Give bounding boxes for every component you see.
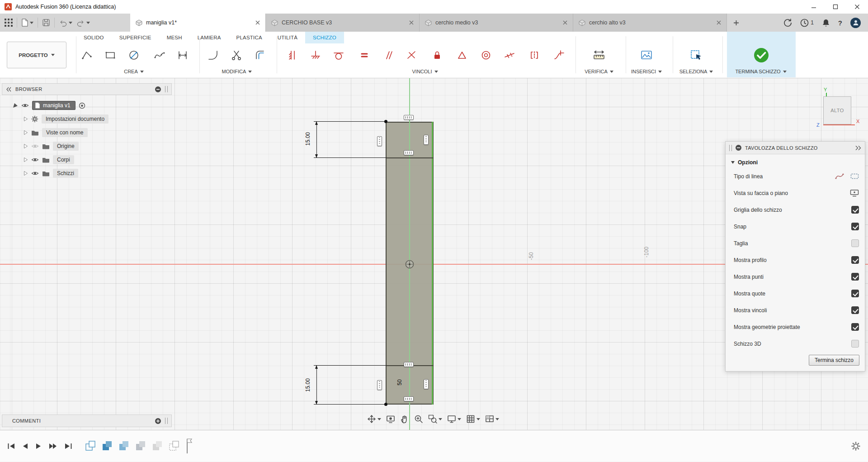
minimize-button[interactable] <box>803 0 825 14</box>
mostra-punti-checkbox[interactable] <box>851 273 859 281</box>
rectangle-tool-icon[interactable] <box>100 44 120 66</box>
dimension-value-bottom[interactable]: 15.00 <box>305 374 311 396</box>
group-seleziona[interactable]: SELEZIONA <box>674 67 719 76</box>
modeling-canvas[interactable]: 15.00 15.00 50 -50 -100 Y ALTO X Z BROWS… <box>0 78 868 430</box>
ribbon-tab-mesh[interactable]: MESH <box>159 32 190 43</box>
browser-item-origine[interactable]: Origine <box>2 139 172 153</box>
group-vincoli[interactable]: VINCOLI <box>402 67 448 76</box>
ribbon-tab-plastica[interactable]: PLASTICA <box>229 32 270 43</box>
collapse-left-icon[interactable] <box>6 87 12 92</box>
timeline-position-marker[interactable] <box>185 438 193 454</box>
browser-item-corpi[interactable]: Corpi <box>2 153 172 167</box>
ribbon-tab-utilita[interactable]: UTILITÀ <box>270 32 305 43</box>
play-button[interactable] <box>35 443 42 450</box>
dimension-grip[interactable] <box>404 396 414 401</box>
timeline-sketch-feature[interactable] <box>102 440 113 452</box>
curvature-constraint-icon[interactable] <box>549 44 569 66</box>
timeline-sketch-feature[interactable] <box>118 440 129 452</box>
horizontal-vertical-constraint-icon[interactable] <box>283 44 302 66</box>
sketch-projected-edge[interactable] <box>432 122 433 405</box>
fillet-tool-icon[interactable] <box>203 44 223 66</box>
palette-header[interactable]: TAVOLOZZA DELLO SCHIZZO <box>726 142 865 154</box>
timeline-sketch-feature[interactable] <box>85 440 96 452</box>
notifications-bell-icon[interactable] <box>822 19 830 27</box>
circle-tool-icon[interactable] <box>124 44 144 66</box>
disclosure-triangle-icon[interactable] <box>24 171 28 176</box>
finish-sketch-check-icon[interactable] <box>751 44 771 66</box>
dimension-grip[interactable] <box>424 135 429 145</box>
display-settings-button[interactable] <box>446 414 462 424</box>
coincident-constraint-icon[interactable] <box>306 44 326 66</box>
document-tab-cerchio-alto[interactable]: cerchio alto v3 <box>573 14 727 32</box>
visibility-eye-off-icon[interactable] <box>31 143 39 149</box>
ribbon-tab-superficie[interactable]: SUPERFICIE <box>112 32 159 43</box>
taglia-checkbox[interactable] <box>851 239 859 247</box>
dimension-value-width[interactable]: 50 <box>396 372 403 392</box>
group-verifica[interactable]: VERIFICA <box>576 67 622 76</box>
panel-grip[interactable] <box>729 145 732 151</box>
browser-header[interactable]: BROWSER <box>2 83 172 95</box>
group-termina-schizzo[interactable]: TERMINA SCHIZZO <box>727 67 795 76</box>
zoom-button[interactable] <box>413 414 424 424</box>
sketch-line[interactable] <box>386 157 434 158</box>
tangent-constraint-icon[interactable] <box>329 44 349 66</box>
save-button[interactable] <box>42 19 50 27</box>
timeline-settings-gear-icon[interactable] <box>851 441 861 451</box>
look-at-face-icon[interactable] <box>850 189 859 197</box>
zoom-window-button[interactable] <box>427 414 443 424</box>
comments-panel[interactable]: COMMENTI <box>2 414 172 427</box>
browser-item-viste[interactable]: Viste con nome <box>2 126 172 139</box>
measure-tool-icon[interactable] <box>589 44 609 66</box>
viewcube-face-top[interactable]: ALTO <box>823 96 851 124</box>
viewports-button[interactable] <box>484 414 500 424</box>
root-component[interactable]: maniglia v1 <box>32 101 75 110</box>
new-tab-button[interactable] <box>727 14 745 32</box>
ribbon-tab-solido[interactable]: SOLIDO <box>76 32 112 43</box>
lock-constraint-icon[interactable] <box>427 44 447 66</box>
dimension-value-top[interactable]: 15.00 <box>305 128 311 150</box>
symmetry-constraint-icon[interactable] <box>524 44 544 66</box>
linetype-rectangle-icon[interactable] <box>850 173 859 180</box>
expand-circle-icon[interactable] <box>155 418 161 424</box>
parallel-constraint-icon[interactable] <box>379 44 399 66</box>
timeline-feature[interactable] <box>169 440 179 452</box>
spline-tool-icon[interactable] <box>150 44 170 66</box>
close-tab-icon[interactable] <box>255 20 260 25</box>
collinear-constraint-icon[interactable] <box>500 44 519 66</box>
palette-section-opzioni[interactable]: Opzioni <box>726 154 865 168</box>
equal-constraint-icon[interactable] <box>354 44 374 66</box>
pan-hand-button[interactable] <box>399 414 410 424</box>
viewcube[interactable]: Y ALTO X Z <box>814 89 868 132</box>
job-status-button[interactable]: 1 <box>800 19 814 27</box>
browser-item-impostazioni[interactable]: Impostazioni documento <box>2 112 172 126</box>
dimension-grip[interactable] <box>404 115 414 120</box>
disclosure-triangle-icon[interactable] <box>24 116 28 122</box>
help-icon[interactable]: ? <box>838 19 842 27</box>
griglia-checkbox[interactable] <box>851 206 859 214</box>
dimension-grip[interactable] <box>377 136 382 146</box>
timeline-feature[interactable] <box>135 440 146 452</box>
ribbon-tab-lamiera[interactable]: LAMIERA <box>190 32 229 43</box>
step-back-button[interactable] <box>22 443 28 450</box>
group-modifica[interactable]: MODIFICA <box>214 67 259 76</box>
offset-tool-icon[interactable] <box>250 44 270 66</box>
project-dropdown-button[interactable]: PROGETTO <box>7 42 66 68</box>
dimension-grip[interactable] <box>377 380 382 390</box>
midpoint-constraint-icon[interactable] <box>452 44 472 66</box>
pan-orbit-button[interactable] <box>366 414 382 424</box>
insert-image-tool-icon[interactable] <box>637 44 656 66</box>
group-inserisci[interactable]: INSERISCI <box>624 67 669 76</box>
browser-item-schizzi[interactable]: Schizzi <box>2 167 172 180</box>
visibility-eye-icon[interactable] <box>21 103 29 108</box>
close-tab-icon[interactable] <box>563 20 567 25</box>
perpendicular-constraint-icon[interactable] <box>402 44 422 66</box>
sketch-point[interactable] <box>384 120 387 123</box>
ribbon-tab-schizzo[interactable]: SCHIZZO <box>305 32 344 43</box>
grid-snaps-button[interactable] <box>465 414 481 424</box>
close-tab-icon[interactable] <box>409 20 414 25</box>
skip-to-end-button[interactable] <box>64 443 72 450</box>
sketch-point[interactable] <box>384 403 387 406</box>
collapse-right-icon[interactable] <box>855 145 861 151</box>
origin-point[interactable] <box>404 258 415 270</box>
activate-target-icon[interactable] <box>79 102 85 109</box>
